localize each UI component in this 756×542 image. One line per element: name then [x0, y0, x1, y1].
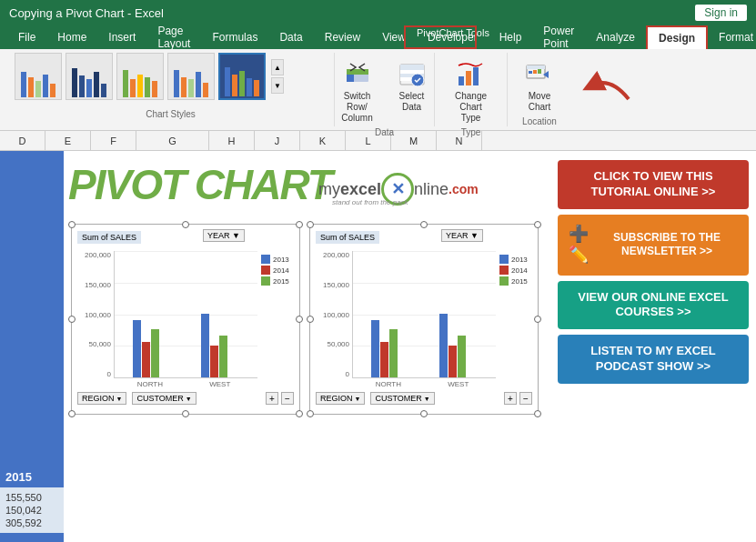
- chart-1-ylabel-0: 200,000: [77, 251, 111, 259]
- scroll-down[interactable]: ▼: [271, 77, 284, 94]
- pivot-chart-header: P IVOT CHART: [68, 160, 331, 209]
- svg-rect-16: [538, 69, 541, 74]
- tab-analyze[interactable]: Analyze: [585, 25, 646, 49]
- col-header-K: K: [300, 131, 346, 150]
- location-group: Move Chart Location: [508, 53, 571, 126]
- chart-2-ylabel-3: 50,000: [316, 340, 349, 348]
- data-group-label: Data: [375, 127, 394, 139]
- chart-1-customer-filter[interactable]: CUSTOMER ▼: [132, 392, 196, 405]
- type-group-label: Type: [461, 127, 481, 139]
- svg-rect-4: [400, 65, 424, 70]
- chart-1-legend: 2013 2014 2015: [257, 251, 294, 378]
- move-chart-button[interactable]: Move Chart: [517, 56, 562, 116]
- tab-developer[interactable]: Developer: [417, 25, 489, 49]
- move-chart-label: Move Chart: [524, 91, 555, 113]
- tab-insert[interactable]: Insert: [97, 25, 146, 49]
- chart-styles-label: Chart Styles: [15, 109, 327, 121]
- chart-2[interactable]: Sum of SALES YEAR ▼ 200,000 150,000 100,…: [309, 224, 539, 415]
- chart-style-1[interactable]: [15, 53, 62, 100]
- chart-2-ylabel-4: 0: [316, 370, 349, 378]
- subscribe-label: SUBSCRIBE TO THE NEWSLETTER >>: [596, 231, 738, 259]
- svg-rect-2: [347, 69, 368, 75]
- chart-1-add[interactable]: +: [266, 392, 278, 405]
- tab-data[interactable]: Data: [268, 25, 313, 49]
- spreadsheet-area: 2015 155,550 150,042 305,592 P IVOT CHAR…: [0, 151, 756, 542]
- chart-style-4[interactable]: [167, 53, 215, 100]
- logo-tagline: stand out from the pack: [332, 198, 408, 206]
- tab-page-layout[interactable]: Page Layout: [146, 25, 201, 49]
- chart-1-year-filter[interactable]: YEAR ▼: [203, 229, 245, 242]
- chart-1-remove[interactable]: −: [281, 392, 294, 405]
- chart-1-west-bars: [201, 314, 227, 377]
- sidebar-val-1: 155,550: [5, 491, 58, 504]
- chart-handle-ml-2[interactable]: [307, 316, 314, 323]
- chart-handle-bl-1[interactable]: [68, 410, 76, 417]
- chart-handle-tr-2[interactable]: [534, 221, 541, 228]
- sign-in-button[interactable]: Sign in: [695, 5, 747, 21]
- chart-2-ylabel-2: 100,000: [316, 311, 349, 319]
- chart-handle-tr-1[interactable]: [296, 221, 303, 228]
- chart-handle-tl-2[interactable]: [307, 221, 314, 228]
- switch-row-column-label: Switch Row/ Column: [339, 91, 376, 124]
- sidebar-val-3: 305,592: [5, 517, 58, 529]
- change-chart-type-button[interactable]: Change Chart Type: [446, 56, 497, 127]
- chart-1[interactable]: Sum of SALES YEAR ▼ 200,000 150,000 100,…: [71, 224, 300, 415]
- col-header-J: J: [255, 131, 300, 150]
- chart-handle-br-1[interactable]: [296, 410, 303, 417]
- chart-2-customer-filter[interactable]: CUSTOMER ▼: [370, 392, 434, 405]
- select-data-button[interactable]: Select Data: [387, 56, 438, 116]
- tab-view[interactable]: View: [371, 25, 417, 49]
- view-tutorial-button[interactable]: CLICK TO VIEW THIS TUTORIAL ONLINE >>: [558, 160, 749, 209]
- tab-file[interactable]: File: [7, 25, 46, 49]
- chart-1-xlabels: NORTH WEST: [77, 380, 294, 388]
- logo-domain: .com: [449, 182, 479, 196]
- chart-style-3[interactable]: [116, 53, 164, 100]
- subscribe-button[interactable]: ➕✏️ SUBSCRIBE TO THE NEWSLETTER >>: [558, 215, 749, 276]
- select-data-label: Select Data: [394, 91, 430, 113]
- tab-power-point[interactable]: Power Point: [532, 25, 585, 49]
- chart-style-2[interactable]: [66, 53, 113, 100]
- chart-handle-mr-2[interactable]: [534, 316, 541, 323]
- pivot-sidebar: 2015 155,550 150,042 305,592: [0, 151, 64, 542]
- chart-handle-tl-1[interactable]: [68, 221, 76, 228]
- tab-design[interactable]: Design: [646, 25, 708, 49]
- tab-formulas[interactable]: Formulas: [201, 25, 268, 49]
- switch-row-column-button[interactable]: Switch Row/ Column: [332, 56, 383, 127]
- chart-2-region-filter[interactable]: REGION ▼: [316, 392, 365, 405]
- col-header-D: D: [0, 131, 45, 150]
- subscribe-icon: ➕✏️: [569, 224, 589, 266]
- chart-1-ylabel-1: 150,000: [77, 281, 111, 289]
- chart-handle-bm-1[interactable]: [182, 410, 189, 417]
- chart-2-add[interactable]: +: [504, 392, 517, 405]
- chart-handle-tm-2[interactable]: [420, 221, 428, 228]
- data-group: Switch Row/ Column Select Data Data: [335, 53, 435, 126]
- chart-2-remove[interactable]: −: [519, 392, 532, 405]
- tab-help[interactable]: Help: [489, 25, 533, 49]
- pivot-title: P: [68, 160, 95, 209]
- ribbon-tabs: File Home Insert Page Layout Formulas Da…: [0, 25, 756, 49]
- chart-2-legend: 2013 2014 2015: [496, 251, 532, 378]
- chart-style-5[interactable]: [218, 53, 266, 100]
- legend-2015: 2015: [273, 277, 289, 286]
- chart-handle-bm-2[interactable]: [420, 410, 428, 417]
- chart-2-year-filter[interactable]: YEAR ▼: [441, 229, 483, 242]
- tab-format[interactable]: Format: [708, 25, 756, 49]
- chart-2-ylabel-1: 150,000: [316, 281, 349, 289]
- svg-rect-10: [466, 71, 471, 85]
- view-courses-button[interactable]: VIEW OUR ONLINE EXCEL COURSES >>: [558, 281, 749, 330]
- legend2-2014: 2014: [511, 266, 528, 275]
- chart-handle-tm-1[interactable]: [182, 221, 189, 228]
- chart-handle-br-2[interactable]: [534, 410, 541, 417]
- chart-handle-ml-1[interactable]: [68, 316, 76, 323]
- chart-2-xlabels: NORTH WEST: [316, 380, 532, 388]
- chart-1-north-bars: [133, 320, 159, 377]
- chart-handle-bl-2[interactable]: [307, 410, 314, 417]
- scroll-up[interactable]: ▲: [271, 59, 284, 75]
- svg-rect-9: [459, 76, 464, 85]
- chart-1-region-filter[interactable]: REGION ▼: [77, 392, 126, 405]
- chart-style-scroll[interactable]: ▲ ▼: [271, 59, 284, 94]
- tab-review[interactable]: Review: [314, 25, 371, 49]
- podcast-button[interactable]: LISTEN TO MY EXCEL PODCAST SHOW >>: [558, 335, 749, 384]
- tab-home[interactable]: Home: [46, 25, 97, 49]
- chart-handle-mr-1[interactable]: [296, 316, 303, 323]
